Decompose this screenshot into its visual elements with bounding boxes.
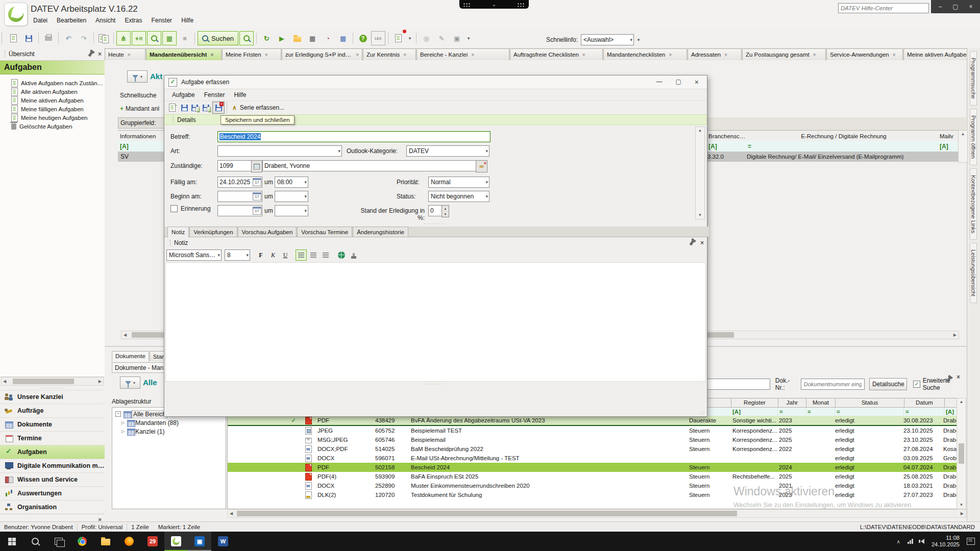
dialog-menu-fenster[interactable]: Fenster (200, 90, 230, 99)
align-center-button[interactable] (308, 249, 319, 261)
taskbar-app-chrome[interactable] (70, 532, 94, 551)
mandanten-filter-cell[interactable]: [A] (118, 141, 168, 152)
tab-close-icon[interactable]: × (356, 52, 359, 58)
tab-close-icon[interactable]: × (724, 52, 727, 58)
save-button[interactable] (179, 102, 190, 113)
stamp-button[interactable] (348, 249, 359, 261)
search-list-button[interactable] (147, 31, 161, 45)
tree-expand-icon[interactable]: ▷ (121, 420, 125, 425)
list-view-button[interactable]: ≡ (178, 31, 192, 45)
close-icon[interactable]: × (957, 373, 960, 381)
tab-close-icon[interactable]: × (669, 52, 672, 58)
doc-row[interactable]: PDF(4)593909 BaFA Einspruch ESt 2025Steu… (228, 472, 957, 481)
scroll-left-icon[interactable]: ◀ (2, 379, 8, 384)
filter-cell[interactable]: [A] (706, 141, 750, 152)
erinnerung-checkbox[interactable]: Erinnerung (170, 205, 211, 212)
zustaendige-nr-input[interactable]: 1099 (217, 160, 253, 171)
tab-heute[interactable]: Heute× (105, 48, 145, 60)
vtab-leistungsuebersicht[interactable]: Leistungsübersicht (970, 243, 977, 303)
mandanten-col-erechnung[interactable]: E-Rechnung / Digitale Rechnung (746, 130, 942, 142)
tab-vorschau-termine[interactable]: Vorschau Termine (297, 227, 352, 237)
filter-cell[interactable]: = (835, 408, 904, 416)
notes-button[interactable] (391, 31, 405, 45)
tray-expand-icon[interactable]: ∧ (897, 539, 900, 544)
filter-cell[interactable]: = (778, 408, 806, 416)
taskbar-search-button[interactable] (23, 532, 47, 551)
tab-mandantenchecklisten[interactable]: Mandantenchecklisten× (603, 48, 687, 60)
align-right-button[interactable] (320, 249, 331, 261)
sidebar-hscrollbar[interactable]: ◀ ▶ (1, 377, 104, 386)
menu-bearbeiten[interactable]: Bearbeiten (52, 16, 91, 25)
prioritaet-select[interactable]: Normal▾ (428, 177, 489, 188)
network-icon[interactable] (908, 539, 914, 544)
scroll-thumb[interactable] (237, 511, 737, 516)
beginn-zeit-select[interactable]: ▾ (275, 191, 308, 202)
spin-down-icon[interactable]: ▼ (444, 213, 447, 216)
status-select[interactable]: Nicht begonnen▾ (428, 191, 489, 202)
col-register[interactable]: Register (731, 398, 778, 407)
vtab-kontextbezogene-links[interactable]: Kontextbezogene Links (970, 168, 977, 240)
tab-close-icon[interactable]: × (265, 52, 268, 58)
sidebar-item-meine-aktiven[interactable]: Meine aktiven Aufgaben (0, 96, 105, 105)
dialog-maximize-button[interactable]: ▢ (675, 78, 681, 86)
italic-button[interactable]: K (267, 249, 279, 261)
taskbar-app-datev-29[interactable]: 29 (141, 532, 164, 551)
erinnerung-zeit-select[interactable]: ▾ (275, 205, 308, 216)
table-calc-button[interactable]: ▦ (336, 31, 350, 45)
close-button[interactable]: × (965, 3, 977, 10)
more-dropdown-icon[interactable]: ▾ (465, 31, 472, 45)
art-select[interactable]: ▾ (217, 145, 342, 157)
card-view-button[interactable]: ▦ (162, 31, 177, 45)
close-icon[interactable]: × (98, 51, 102, 58)
scroll-left-icon[interactable]: ◀ (121, 333, 129, 337)
mandanten-col-branchenschluessel[interactable]: Branchenschlüs... (706, 130, 750, 142)
filter-cell[interactable]: = (904, 408, 944, 416)
dialog-close-button[interactable]: × (695, 78, 699, 86)
dialog-menu-hilfe[interactable]: Hilfe (229, 90, 251, 99)
docs-hscrollbar[interactable]: ◀ ▶ (227, 509, 966, 518)
tab-aenderungshistorie[interactable]: Änderungshistorie (353, 227, 408, 237)
refresh-button[interactable]: ↻ (259, 31, 274, 45)
sidebar-item-dokumente[interactable]: Dokumente (0, 417, 105, 431)
tab-close-icon[interactable]: × (813, 52, 816, 58)
taskbar-app-datev-arbeitsplatz[interactable] (164, 532, 188, 551)
tab-dokumente[interactable]: Dokumente (112, 351, 149, 362)
tree-expand-icon[interactable]: ▷ (121, 429, 125, 434)
tab-mandantenuebersicht[interactable]: Mandantenübersicht× (146, 48, 222, 60)
send-button[interactable]: ▶ (275, 31, 289, 45)
notes-dropdown-icon[interactable]: ▾ (406, 31, 413, 45)
dialog-minimize-button[interactable]: — (656, 78, 662, 86)
new-document-button[interactable] (6, 31, 20, 45)
sidebar-item-geloeschte[interactable]: Gelöschte Aufgaben (0, 122, 105, 131)
stand-spinner[interactable]: ▲▼ (442, 205, 449, 217)
taskbar-app-word[interactable]: W (211, 532, 235, 551)
doc-row[interactable]: ✓ PDF438429 BvFA Änderung des Abgabezeit… (228, 416, 957, 426)
schnellinfo-dropdown-icon[interactable]: ▾ (634, 33, 643, 47)
faellig-zeit-select[interactable]: 08:00▾ (275, 177, 308, 188)
tab-close-icon[interactable]: × (210, 52, 213, 58)
font-size-select[interactable]: 8▾ (225, 249, 250, 261)
filter-cell[interactable]: = (806, 408, 835, 416)
col-datum[interactable]: Datum (904, 398, 945, 407)
scroll-right-icon[interactable]: ▶ (959, 511, 966, 516)
doc-row[interactable]: MSG;JPEG605746 BeispielemailSteuern Korr… (228, 435, 957, 444)
splitter-handle[interactable]: ········· (164, 382, 706, 386)
undo-button[interactable]: ↶ (61, 31, 76, 45)
sidebar-item-auswertungen[interactable]: Auswertungen (0, 486, 105, 500)
schnellinfo-select[interactable]: <Auswahl>▾ (581, 34, 634, 45)
action-center-icon[interactable] (967, 538, 975, 545)
menu-hilfe[interactable]: Hilfe (177, 16, 198, 25)
calendar-icon[interactable] (253, 207, 261, 215)
pin-icon[interactable] (690, 240, 695, 245)
menu-datei[interactable]: Datei (29, 16, 52, 25)
mandant-anlegen-link[interactable]: + Mandant anl (120, 105, 166, 112)
betreff-input[interactable]: Bescheid 2024 (217, 131, 491, 142)
align-left-button[interactable] (296, 249, 307, 261)
mandanten-row-data[interactable]: 3.32.0 Digitale Rechnung/ E-Mail/ Einzel… (706, 152, 958, 162)
minimize-button[interactable]: – (934, 3, 946, 10)
filter-cell[interactable]: [A] (731, 408, 778, 416)
scroll-thumb[interactable] (13, 379, 74, 384)
chevron-down-icon[interactable]: ⌄ (492, 2, 496, 7)
suchen-button[interactable]: Suchen (198, 31, 238, 45)
sidebar-item-termine[interactable]: Termine (0, 431, 105, 445)
